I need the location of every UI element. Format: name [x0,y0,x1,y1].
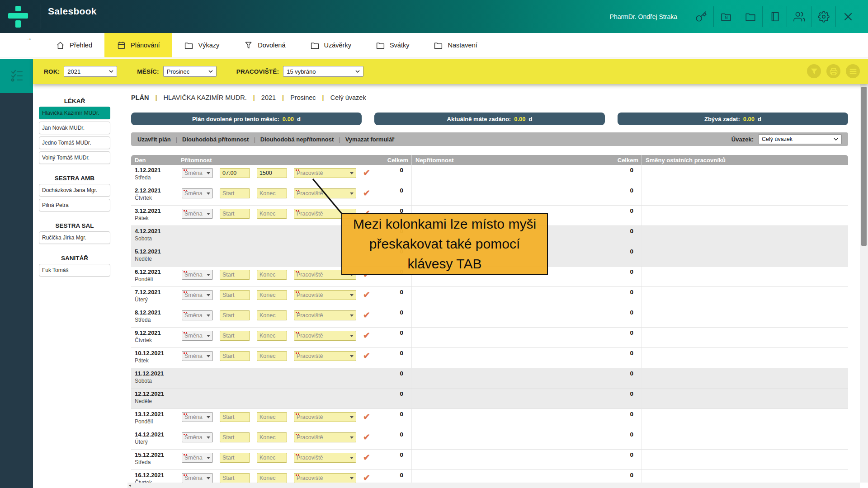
confirm-check-icon[interactable]: ✔ [363,351,370,361]
confirm-check-icon[interactable]: ✔ [363,453,370,463]
shift-select[interactable]: Směna [182,270,213,280]
nav-tab[interactable]: Nastavení [421,33,489,57]
staff-item[interactable]: Docházková Jana Mgr. [39,184,110,197]
print-icon[interactable] [826,64,840,78]
shift-select[interactable]: Směna [182,473,213,483]
uvazek-select[interactable]: Celý úvazek [758,134,842,144]
vertical-scrollbar-thumb[interactable] [861,87,867,246]
shift-select[interactable]: Směna [182,412,213,422]
filter-icon[interactable] [807,64,821,78]
end-time-input[interactable] [257,168,287,178]
gear-icon[interactable] [811,6,835,27]
workplace-row-select[interactable]: Pracoviště [294,453,356,463]
staff-item[interactable]: Jedno Tomáš MUDr. [39,136,110,149]
menu-icon[interactable] [846,64,860,78]
staff-item[interactable]: Pilná Petra [39,199,110,211]
staff-item[interactable]: Hlavička Kazimír MUDr. [39,107,110,119]
start-time-input[interactable] [220,412,250,422]
confirm-check-icon[interactable]: ✔ [363,168,370,178]
presence-cell: Směna Pracoviště ✔ [177,429,384,449]
end-time-input[interactable] [257,209,287,219]
end-time-input[interactable] [257,473,287,483]
workplace-row-select[interactable]: Pracoviště [294,331,356,341]
workplace-row-select[interactable]: Pracoviště [294,168,356,178]
start-time-input[interactable] [220,351,250,361]
start-time-input[interactable] [220,310,250,320]
staff-item[interactable]: Volný Tomáš MUDr. [39,151,110,164]
horizontal-scrollbar[interactable]: ◂ [127,483,860,488]
end-time-input[interactable] [257,270,287,280]
staff-item[interactable]: Jan Novák MUDr. [39,122,110,134]
workplace-row-select[interactable]: Pracoviště [294,432,356,442]
nav-tab[interactable]: Výkazy [172,33,231,57]
start-time-input[interactable] [220,453,250,463]
checklist-icon[interactable] [0,59,33,93]
workplace-row-select[interactable]: Pracoviště [294,188,356,198]
summary-value: 0.00 [283,116,294,122]
collapse-arrow-icon[interactable]: → [25,34,32,42]
users-icon[interactable] [787,6,811,27]
end-time-input[interactable] [257,453,287,463]
end-time-input[interactable] [257,290,287,300]
start-time-input[interactable] [220,188,250,198]
dropdown-arrow-icon [350,294,354,296]
end-time-input[interactable] [257,432,287,442]
nav-tab[interactable]: Svátky [363,33,422,57]
shift-select[interactable]: Směna [182,209,213,219]
start-time-input[interactable] [220,168,250,178]
start-time-input[interactable] [220,290,250,300]
close-icon[interactable] [835,6,860,27]
start-time-input[interactable] [220,432,250,442]
shift-select[interactable]: Směna [182,290,213,300]
end-time-input[interactable] [257,412,287,422]
workplace-row-select[interactable]: Pracoviště [294,412,356,422]
confirm-check-icon[interactable]: ✔ [363,473,370,483]
start-time-input[interactable] [220,473,250,483]
nav-tab[interactable]: Uzávěrky [298,33,363,57]
toolbar-action[interactable]: Dlouhodobá nepřítomnost [260,136,334,143]
workplace-row-select[interactable]: Pracoviště [294,473,356,483]
nav-tab[interactable]: Dovolená [231,33,297,57]
shift-select[interactable]: Směna [182,432,213,442]
end-time-input[interactable] [257,310,287,320]
toolbar-action[interactable]: Dlouhodobá přítomnost [182,136,249,143]
shift-select[interactable]: Směna [182,168,213,178]
folder-icon[interactable] [738,6,762,27]
confirm-check-icon[interactable]: ✔ [363,188,370,198]
shift-select[interactable]: Směna [182,351,213,361]
confirm-check-icon[interactable]: ✔ [363,290,370,300]
shift-select[interactable]: Směna [182,453,213,463]
nav-tab[interactable]: Plánování [104,33,172,57]
workplace-row-select[interactable]: Pracoviště [294,310,356,320]
end-time-input[interactable] [257,351,287,361]
folder-n-icon[interactable]: N [713,6,738,27]
workplace-select[interactable]: 15 vybráno [283,66,363,77]
workplace-row-select[interactable]: Pracoviště [294,351,356,361]
month-select[interactable]: Prosinec [163,66,217,77]
row-date: 3.12.2021 [135,208,177,214]
start-time-input[interactable] [220,270,250,280]
confirm-check-icon[interactable]: ✔ [363,412,370,422]
shift-select[interactable]: Směna [182,310,213,320]
shift-select[interactable]: Směna [182,188,213,198]
end-time-input[interactable] [257,188,287,198]
nav-tab[interactable]: Přehled [43,33,104,57]
confirm-check-icon[interactable]: ✔ [363,310,370,320]
window-icon[interactable] [762,6,787,27]
presence-total: 0 [384,328,412,347]
confirm-check-icon[interactable]: ✔ [363,432,370,442]
workplace-row-select[interactable]: Pracoviště [294,290,356,300]
scroll-left-arrow-icon[interactable]: ◂ [127,483,131,488]
year-select[interactable]: 2021 [64,66,117,77]
start-time-input[interactable] [220,209,250,219]
key-icon[interactable] [689,6,713,27]
end-time-input[interactable] [257,331,287,341]
shift-select[interactable]: Směna [182,331,213,341]
toolbar-action[interactable]: Uzavřít plán [137,136,171,143]
staff-item[interactable]: Ručička Jirka Mgr. [39,231,110,244]
confirm-check-icon[interactable]: ✔ [363,331,370,341]
toolbar-action[interactable]: Vymazat formulář [345,136,395,143]
start-time-input[interactable] [220,331,250,341]
vertical-scrollbar[interactable] [860,84,868,483]
staff-item[interactable]: Fuk Tomáš [39,264,110,277]
